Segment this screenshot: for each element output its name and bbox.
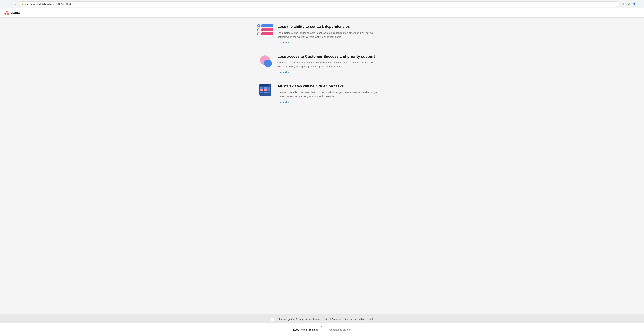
browser-actions: ☆ 🧩 👤 ⋮ bbox=[621, 2, 642, 6]
profile-button[interactable]: 👤 bbox=[632, 2, 636, 6]
task-circle-1 bbox=[257, 24, 260, 27]
cal-cell-6 bbox=[267, 89, 270, 91]
task-rect-1 bbox=[261, 24, 273, 27]
feature-title-support: Lose access to Customer Success and prio… bbox=[278, 54, 386, 59]
speech-bubble-secondary bbox=[264, 60, 272, 67]
feature-section-start-dates: All start dates will be hidden on tasks … bbox=[258, 84, 386, 104]
url-text: app.asana.com/0/billing/churn/1166827579… bbox=[25, 3, 74, 5]
acknowledgment-checkbox[interactable] bbox=[271, 318, 274, 321]
support-icon: ! bbox=[258, 54, 272, 68]
calendar-dot-1 bbox=[268, 85, 268, 86]
svg-point-2 bbox=[7, 13, 9, 15]
acknowledgment-text: I acknowledge that Rodrigo trial will lo… bbox=[276, 318, 373, 321]
browser-nav-buttons: ← → ↻ bbox=[2, 2, 18, 6]
task-deps-icon bbox=[258, 24, 272, 35]
asana-logo-text: asana bbox=[10, 11, 20, 15]
cal-cell-4 bbox=[260, 89, 263, 91]
address-bar[interactable]: 🔒 app.asana.com/0/billing/churn/11668275… bbox=[19, 1, 620, 7]
cal-cell-3 bbox=[267, 87, 270, 89]
learn-more-start-dates[interactable]: Learn More bbox=[278, 101, 290, 103]
browser-chrome: ← → ↻ 🔒 app.asana.com/0/billing/churn/11… bbox=[0, 0, 644, 8]
task-circle-3 bbox=[257, 32, 260, 35]
lock-icon: 🔒 bbox=[21, 3, 24, 5]
feature-description-task-deps: Teammates will no longer be able to set … bbox=[278, 31, 379, 39]
forward-button[interactable]: → bbox=[8, 2, 12, 6]
cal-cell-9 bbox=[267, 92, 270, 93]
feature-content-start-dates: All start dates will be hidden on tasks … bbox=[278, 84, 386, 104]
back-button[interactable]: ← bbox=[2, 2, 7, 6]
calendar-header bbox=[259, 84, 271, 86]
svg-point-0 bbox=[6, 11, 8, 13]
feature-section-support: ! Lose access to Customer Success and pr… bbox=[258, 54, 386, 74]
feature-content-task-deps: Lose the ability to set task dependencie… bbox=[278, 24, 386, 44]
calendar-body bbox=[259, 86, 271, 94]
asana-logo: asana bbox=[4, 10, 20, 15]
feature-section-task-deps: Lose the ability to set task dependencie… bbox=[258, 24, 386, 44]
keep-premium-button[interactable]: Keep Asana Premium bbox=[289, 326, 322, 333]
task-rect-3 bbox=[261, 32, 273, 35]
cal-cell-8 bbox=[264, 92, 267, 93]
feature-content-support: Lose access to Customer Success and prio… bbox=[278, 54, 386, 74]
extensions-button[interactable]: 🧩 bbox=[626, 2, 631, 6]
app-header: asana bbox=[0, 8, 644, 17]
reload-button[interactable]: ↻ bbox=[13, 2, 18, 6]
calendar-dot-2 bbox=[269, 85, 270, 86]
feature-title-task-deps: Lose the ability to set task dependencie… bbox=[278, 24, 386, 29]
feature-description-start-dates: You won't be able to set start dates for… bbox=[278, 90, 379, 99]
main-content: Lose the ability to set task dependencie… bbox=[254, 17, 390, 134]
asana-logo-icon bbox=[4, 10, 10, 15]
actions-bar: Keep Asana Premium Continue to cancel bbox=[0, 323, 644, 336]
cal-cell-7 bbox=[260, 92, 263, 93]
feature-title-start-dates: All start dates will be hidden on tasks bbox=[278, 84, 386, 89]
cal-cell-1 bbox=[260, 87, 263, 89]
continue-cancel-button[interactable]: Continue to cancel bbox=[325, 326, 355, 333]
acknowledgment-bar: I acknowledge that Rodrigo trial will lo… bbox=[0, 314, 644, 324]
svg-point-1 bbox=[4, 13, 6, 15]
menu-button[interactable]: ⋮ bbox=[637, 2, 642, 6]
learn-more-support[interactable]: Learn More bbox=[278, 71, 290, 74]
cal-cell-2 bbox=[264, 87, 267, 89]
task-circle-2 bbox=[257, 28, 260, 31]
cal-cell-5 bbox=[264, 89, 267, 91]
bookmark-button[interactable]: ☆ bbox=[621, 2, 626, 6]
learn-more-task-deps[interactable]: Learn More bbox=[278, 41, 290, 44]
feature-description-support: Our Customer Success team will no longer… bbox=[278, 61, 379, 69]
task-rect-2 bbox=[261, 28, 273, 31]
calendar-icon bbox=[258, 84, 272, 96]
